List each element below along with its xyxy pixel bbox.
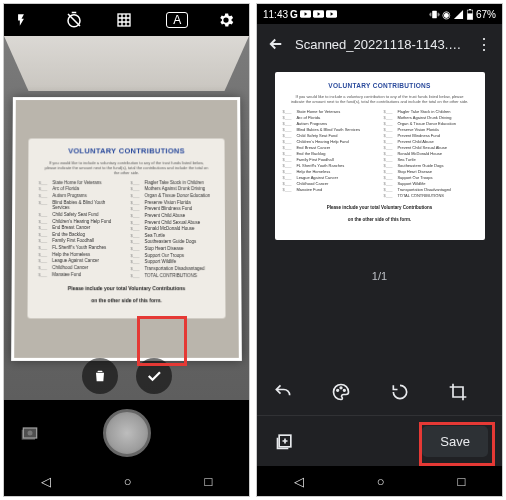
doc-line-item: League Against Cancer bbox=[38, 258, 122, 264]
status-signal-icon bbox=[453, 9, 464, 20]
doc-line-item: Flagler Take Stock in Children bbox=[130, 180, 214, 186]
doc-line-item: Organ & Tissue Donor Education bbox=[384, 121, 477, 126]
doc-line-item: Children's Hearing Help Fund bbox=[283, 139, 376, 144]
status-vibrate-icon bbox=[429, 9, 440, 20]
doc-line-item: Support Wildlife bbox=[131, 259, 215, 265]
doc-line-item: Prevent Blindness Fund bbox=[384, 133, 477, 138]
palette-icon[interactable] bbox=[331, 382, 369, 402]
capture-crop-frame[interactable]: VOLUNTARY CONTRIBUTIONS If you would lik… bbox=[11, 97, 242, 361]
doc-subtitle: If you would like to include a voluntary… bbox=[39, 160, 215, 175]
doc-line-item: Childhood Cancer bbox=[38, 265, 122, 271]
svg-rect-7 bbox=[432, 10, 437, 17]
page-preview: VOLUNTARY CONTRIBUTIONS If you would lik… bbox=[275, 72, 485, 240]
android-nav-bar: ◁ ○ □ bbox=[257, 466, 502, 496]
document-title: Scanned_20221118-1143.pdf bbox=[295, 37, 466, 52]
doc-line-item: Blind Babies & Blind Youth Services bbox=[38, 200, 122, 211]
scanned-document: VOLUNTARY CONTRIBUTIONS If you would lik… bbox=[28, 139, 225, 318]
doc-line-item: Preserve Vision Florida bbox=[384, 127, 477, 132]
doc-line-item: Mothers Against Drunk Driving bbox=[384, 115, 477, 120]
android-nav-bar: ◁ ○ □ bbox=[4, 466, 249, 496]
confirm-button[interactable] bbox=[136, 358, 172, 394]
doc-line-item: Arc of Florida bbox=[39, 187, 123, 193]
doc-line-item: Family First Foodhall bbox=[38, 238, 122, 244]
edit-toolbar bbox=[257, 369, 502, 415]
doc-line-item: Children's Hearing Help Fund bbox=[38, 219, 122, 225]
doc-line-item: Prevent Child Sexual Abuse bbox=[130, 220, 214, 226]
status-youtube-icon bbox=[326, 10, 337, 18]
svg-point-11 bbox=[337, 390, 339, 392]
doc-line-item: State Home for Veterans bbox=[283, 109, 376, 114]
doc-line-item: Transportation Disadvantaged bbox=[384, 187, 477, 192]
crop-icon[interactable] bbox=[448, 382, 486, 402]
camera-viewport: VOLUNTARY CONTRIBUTIONS If you would lik… bbox=[4, 36, 249, 400]
nav-home-icon[interactable]: ○ bbox=[377, 474, 385, 489]
svg-point-2 bbox=[28, 431, 33, 436]
more-icon[interactable]: ⋮ bbox=[476, 35, 492, 54]
page-indicator: 1/1 bbox=[372, 270, 387, 282]
delete-button[interactable] bbox=[82, 358, 118, 394]
doc-line-item: Transportation Disadvantaged bbox=[131, 266, 215, 272]
doc-title: VOLUNTARY CONTRIBUTIONS bbox=[283, 82, 477, 90]
doc-subtitle: If you would like to include a voluntary… bbox=[283, 94, 477, 104]
doc-line-item: Manatee Fund bbox=[283, 187, 376, 192]
nav-recent-icon[interactable]: □ bbox=[458, 474, 466, 489]
doc-line-item: FL Sheriff's Youth Ranches bbox=[283, 163, 376, 168]
nav-back-icon[interactable]: ◁ bbox=[294, 474, 304, 489]
auto-mode-label[interactable]: A bbox=[166, 12, 188, 28]
status-dot-icon: ◉ bbox=[442, 9, 451, 20]
doc-line-item: TOTAL CONTRIBUTIONS bbox=[131, 273, 215, 279]
doc-line-item: End Breast Cancer bbox=[283, 145, 376, 150]
doc-line-item: Child Safety Seat Fund bbox=[38, 212, 122, 218]
doc-line-item: Ronald McDonald House bbox=[130, 226, 214, 232]
doc-line-item: Southeastern Guide Dogs bbox=[131, 239, 215, 245]
add-page-icon[interactable] bbox=[275, 431, 295, 451]
doc-line-item: Support Our Troops bbox=[384, 175, 477, 180]
doc-line-item: Support Wildlife bbox=[384, 181, 477, 186]
rotate-icon[interactable] bbox=[390, 382, 428, 402]
doc-line-item: State Home for Veterans bbox=[39, 180, 123, 186]
status-battery-pct: 67% bbox=[476, 9, 496, 20]
doc-line-item: Help the Homeless bbox=[38, 252, 122, 258]
status-youtube-icon bbox=[300, 10, 311, 18]
doc-line-item: Prevent Blindness Fund bbox=[130, 206, 214, 212]
settings-icon[interactable] bbox=[217, 11, 239, 29]
doc-line-item: Prevent Child Abuse bbox=[130, 213, 214, 219]
doc-line-item: Stop Heart Disease bbox=[384, 169, 477, 174]
doc-line-item: Child Safety Seat Fund bbox=[283, 133, 376, 138]
doc-line-item: Arc of Florida bbox=[283, 115, 376, 120]
nav-home-icon[interactable]: ○ bbox=[124, 474, 132, 489]
doc-line-item: Manatee Fund bbox=[38, 272, 122, 278]
bottom-action-bar: Save bbox=[257, 416, 502, 466]
doc-line-item: Autism Programs bbox=[283, 121, 376, 126]
doc-line-item: Stop Heart Disease bbox=[131, 246, 215, 252]
doc-line-item: Prevent Child Sexual Abuse bbox=[384, 145, 477, 150]
doc-line-item: Childhood Cancer bbox=[283, 181, 376, 186]
shutter-button[interactable] bbox=[103, 409, 151, 457]
back-icon[interactable] bbox=[267, 35, 285, 53]
flash-icon[interactable] bbox=[14, 11, 36, 29]
save-button[interactable]: Save bbox=[422, 426, 488, 457]
timer-off-icon[interactable] bbox=[65, 11, 87, 29]
doc-line-item: Prevent Child Abuse bbox=[384, 139, 477, 144]
doc-line-item: End the Backlog bbox=[283, 151, 376, 156]
capture-action-bar bbox=[82, 358, 172, 394]
doc-line-item: Sea Turtle bbox=[131, 233, 215, 239]
nav-recent-icon[interactable]: □ bbox=[205, 474, 213, 489]
doc-footer-2: on the other side of this form. bbox=[38, 298, 215, 304]
undo-icon[interactable] bbox=[273, 382, 311, 402]
status-google-icon: G bbox=[290, 9, 298, 20]
doc-line-item: Flagler Take Stock in Children bbox=[384, 109, 477, 114]
doc-line-item: Autism Programs bbox=[39, 193, 123, 199]
nav-back-icon[interactable]: ◁ bbox=[41, 474, 51, 489]
svg-point-13 bbox=[344, 390, 346, 392]
doc-footer-1: Please include your total Voluntary Cont… bbox=[283, 205, 477, 211]
doc-line-item: TOTAL CONTRIBUTIONS bbox=[384, 193, 477, 198]
background-surface bbox=[4, 36, 249, 91]
gallery-icon[interactable] bbox=[18, 421, 42, 445]
doc-footer-2: on the other side of this form. bbox=[283, 217, 477, 223]
document-preview-area[interactable]: VOLUNTARY CONTRIBUTIONS If you would lik… bbox=[257, 64, 502, 369]
doc-footer-1: Please include your total Voluntary Cont… bbox=[38, 285, 215, 291]
doc-line-item: Ronald McDonald House bbox=[384, 151, 477, 156]
camera-capture-screen: A VOLUNTARY CONTRIBUTIONS If you would l… bbox=[3, 3, 250, 497]
grid-icon[interactable] bbox=[116, 12, 138, 28]
